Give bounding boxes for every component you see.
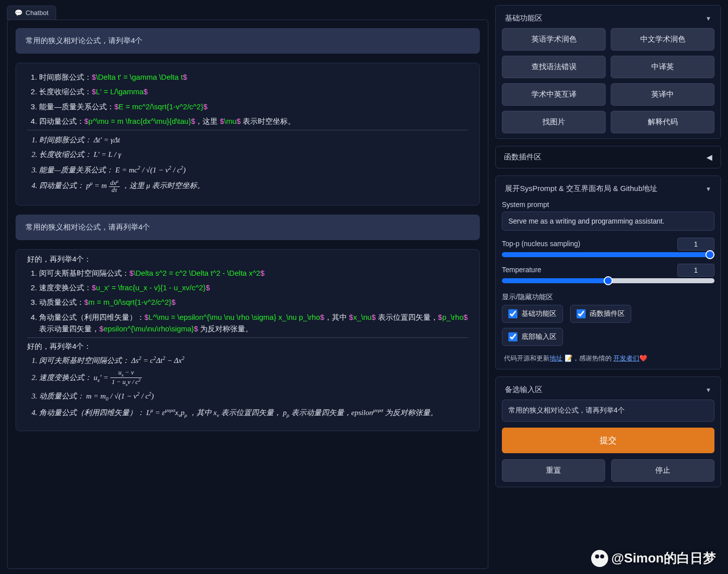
topp-slider[interactable] (502, 252, 714, 257)
advanced-panel-header[interactable]: 展开SysPrompt & 交互界面布局 & Github地址 ▼ (502, 181, 714, 199)
chat-scroll[interactable]: 常用的狭义相对论公式，请列举4个 时间膨胀公式：$\Delta t' = \ga… (7, 20, 488, 569)
basic-btn-5[interactable]: 英译中 (611, 83, 714, 106)
basic-btn-1[interactable]: 中文学术润色 (611, 28, 714, 51)
bot2-lead2: 好的，再列举4个： (27, 342, 468, 351)
chat-icon: 💬 (15, 9, 23, 17)
temp-value[interactable]: 1 (677, 264, 714, 277)
user-msg-2: 常用的狭义相对论公式，请再列举4个 (16, 215, 480, 240)
basic-btn-3[interactable]: 中译英 (611, 56, 714, 78)
sysprompt-input[interactable] (502, 212, 714, 231)
basic-panel: 基础功能区 ▼ 英语学术润色中文学术润色查找语法错误中译英学术中英互译英译中找图… (495, 5, 721, 139)
chevron-down-icon: ▼ (705, 387, 711, 394)
topp-label: Top-p (nucleus sampling) (502, 240, 580, 248)
user-msg-1: 常用的狭义相对论公式，请列举4个 (16, 28, 480, 54)
temp-slider[interactable] (502, 278, 714, 283)
cb-bottom-input[interactable]: 底部输入区 (502, 328, 563, 346)
basic-btn-0[interactable]: 英语学术润色 (502, 28, 606, 51)
alt-input-panel: 备选输入区 ▼ 提交 重置 停止 (495, 376, 721, 487)
stop-button[interactable]: 停止 (611, 459, 714, 482)
contrib-link[interactable]: 开发者们 (613, 354, 639, 362)
alt-input-header[interactable]: 备选输入区 ▼ (502, 382, 714, 400)
basic-btn-2[interactable]: 查找语法错误 (502, 56, 606, 78)
chevron-down-icon: ▼ (705, 185, 711, 193)
reset-button[interactable]: 重置 (502, 459, 605, 482)
advanced-panel: 展开SysPrompt & 交互界面布局 & Github地址 ▼ System… (495, 175, 721, 369)
submit-button[interactable]: 提交 (502, 428, 714, 453)
tab-label: Chatbot (26, 9, 49, 17)
sysprompt-label: System prompt (502, 201, 714, 209)
repo-link[interactable]: 地址 (550, 354, 563, 362)
cb-plugins[interactable]: 函数插件区 (570, 305, 631, 323)
topp-value[interactable]: 1 (677, 238, 714, 251)
basic-btn-4[interactable]: 学术中英互译 (502, 83, 606, 106)
bot-msg-1: 时间膨胀公式：$\Delta t' = \gamma \Delta t$长度收缩… (16, 63, 480, 206)
visibility-label: 显示/隐藏功能区 (502, 293, 714, 302)
plugins-panel-header[interactable]: 函数插件区 ◀ (495, 146, 721, 168)
tab-chatbot[interactable]: 💬 Chatbot (7, 6, 56, 20)
bot-msg-2: 好的，再列举4个： 闵可夫斯基时空间隔公式：$\Delta s^2 = c^2 … (16, 249, 480, 431)
alt-input-field[interactable] (502, 400, 714, 422)
chevron-left-icon: ◀ (706, 153, 712, 162)
heart-icon: ❤️ (639, 354, 647, 362)
basic-btn-6[interactable]: 找图片 (502, 111, 606, 133)
temp-label: Temperature (502, 266, 541, 274)
basic-btn-7[interactable]: 解释代码 (611, 111, 714, 133)
basic-panel-header[interactable]: 基础功能区 ▼ (502, 11, 714, 28)
chevron-down-icon: ▼ (705, 15, 711, 22)
bot2-lead: 好的，再列举4个： (27, 255, 468, 264)
footer-note: 代码开源和更新地址 📝，感谢热情的 开发者们❤️ (502, 353, 714, 364)
cb-basic[interactable]: 基础功能区 (502, 305, 563, 323)
